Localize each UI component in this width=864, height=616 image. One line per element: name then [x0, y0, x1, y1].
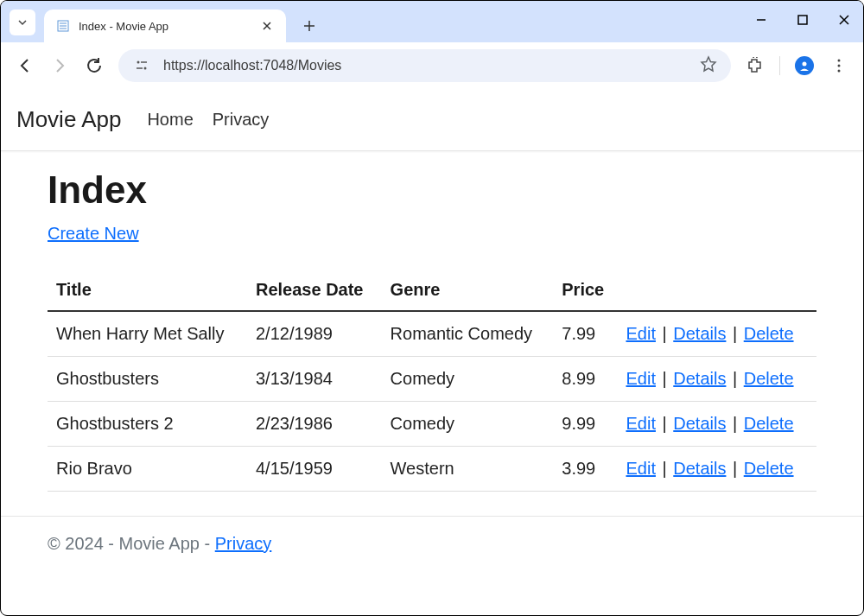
cell-price: 7.99: [553, 311, 617, 357]
cell-genre: Comedy: [382, 402, 554, 447]
navbar-brand[interactable]: Movie App: [16, 106, 121, 133]
cell-actions: Edit | Details | Delete: [617, 311, 816, 357]
page-content: Movie App Home Privacy Index Create New …: [1, 89, 863, 571]
details-link[interactable]: Details: [673, 459, 726, 478]
svg-point-11: [838, 59, 841, 61]
details-link[interactable]: Details: [673, 324, 726, 343]
separator: [779, 56, 780, 75]
action-separator: |: [726, 414, 743, 433]
cell-price: 3.99: [553, 447, 617, 492]
cell-release-date: 2/12/1989: [247, 311, 382, 357]
nav-link-home[interactable]: Home: [147, 110, 193, 130]
svg-rect-5: [798, 16, 807, 24]
tab-search-button[interactable]: [10, 10, 35, 35]
cell-price: 9.99: [553, 402, 617, 447]
close-tab-button[interactable]: [260, 19, 274, 33]
delete-link[interactable]: Delete: [744, 459, 794, 478]
browser-toolbar: [1, 42, 863, 89]
site-settings-icon[interactable]: [132, 56, 151, 75]
reload-button[interactable]: [84, 55, 105, 76]
avatar-icon: [795, 56, 814, 75]
details-link[interactable]: Details: [673, 369, 726, 388]
cell-actions: Edit | Details | Delete: [617, 402, 816, 447]
action-separator: |: [726, 369, 743, 388]
table-row: Rio Bravo 4/15/1959 Western 3.99 Edit | …: [48, 447, 816, 492]
cell-actions: Edit | Details | Delete: [617, 447, 816, 492]
svg-point-8: [144, 67, 147, 69]
nav-links: Home Privacy: [147, 110, 269, 130]
window-controls: [753, 11, 853, 29]
th-genre: Genre: [382, 270, 554, 311]
action-separator: |: [726, 459, 743, 478]
svg-point-10: [803, 61, 807, 66]
minimize-button[interactable]: [753, 11, 770, 29]
close-window-button[interactable]: [835, 11, 853, 29]
cell-title: Ghostbusters 2: [48, 402, 247, 447]
table-row: Ghostbusters 2 2/23/1986 Comedy 9.99 Edi…: [48, 402, 816, 447]
address-bar[interactable]: [118, 49, 731, 82]
cell-release-date: 2/23/1986: [247, 402, 382, 447]
svg-point-13: [838, 69, 841, 72]
cell-title: When Harry Met Sally: [48, 311, 247, 357]
th-title: Title: [48, 270, 247, 311]
nav-link-privacy[interactable]: Privacy: [213, 110, 270, 130]
maximize-button[interactable]: [794, 11, 811, 29]
table-header-row: Title Release Date Genre Price: [48, 270, 816, 311]
th-price: Price: [553, 270, 617, 311]
edit-link[interactable]: Edit: [626, 324, 655, 343]
url-input[interactable]: [163, 58, 688, 73]
edit-link[interactable]: Edit: [626, 459, 655, 478]
edit-link[interactable]: Edit: [626, 369, 655, 388]
browser-titlebar: Index - Movie App: [1, 1, 863, 42]
edit-link[interactable]: Edit: [626, 414, 655, 433]
delete-link[interactable]: Delete: [744, 414, 794, 433]
svg-point-6: [137, 60, 140, 63]
navbar: Movie App Home Privacy: [1, 89, 863, 151]
action-separator: |: [656, 459, 673, 478]
page-title: Index: [48, 168, 816, 212]
details-link[interactable]: Details: [673, 414, 726, 433]
delete-link[interactable]: Delete: [744, 324, 794, 343]
cell-release-date: 3/13/1984: [247, 357, 382, 402]
new-tab-button[interactable]: [296, 13, 322, 39]
tab-title: Index - Movie App: [79, 20, 251, 33]
action-separator: |: [656, 324, 673, 343]
action-separator: |: [726, 324, 743, 343]
svg-point-12: [838, 64, 841, 67]
cell-genre: Comedy: [382, 357, 554, 402]
action-separator: |: [656, 414, 673, 433]
action-separator: |: [656, 369, 673, 388]
cell-actions: Edit | Details | Delete: [617, 357, 816, 402]
cell-title: Rio Bravo: [48, 447, 247, 492]
extensions-button[interactable]: [745, 55, 766, 76]
page-favicon-icon: [56, 19, 70, 33]
table-row: When Harry Met Sally 2/12/1989 Romantic …: [48, 311, 816, 357]
bookmark-star-icon[interactable]: [700, 55, 717, 76]
forward-button[interactable]: [49, 55, 70, 76]
footer: © 2024 - Movie App - Privacy: [1, 516, 863, 571]
cell-title: Ghostbusters: [48, 357, 247, 402]
cell-price: 8.99: [553, 357, 617, 402]
footer-text: © 2024 - Movie App -: [48, 534, 215, 553]
cell-genre: Romantic Comedy: [382, 311, 554, 357]
movies-table: Title Release Date Genre Price When Harr…: [48, 270, 816, 492]
profile-button[interactable]: [794, 55, 815, 76]
th-release-date: Release Date: [247, 270, 382, 311]
delete-link[interactable]: Delete: [744, 369, 794, 388]
th-actions: [617, 270, 816, 311]
table-row: Ghostbusters 3/13/1984 Comedy 8.99 Edit …: [48, 357, 816, 402]
kebab-menu-button[interactable]: [829, 55, 849, 76]
cell-genre: Western: [382, 447, 554, 492]
main: Index Create New Title Release Date Genr…: [1, 151, 863, 516]
back-button[interactable]: [15, 55, 35, 76]
footer-privacy-link[interactable]: Privacy: [215, 534, 272, 553]
create-new-link[interactable]: Create New: [48, 224, 139, 244]
cell-release-date: 4/15/1959: [247, 447, 382, 492]
browser-tab[interactable]: Index - Movie App: [44, 10, 286, 42]
